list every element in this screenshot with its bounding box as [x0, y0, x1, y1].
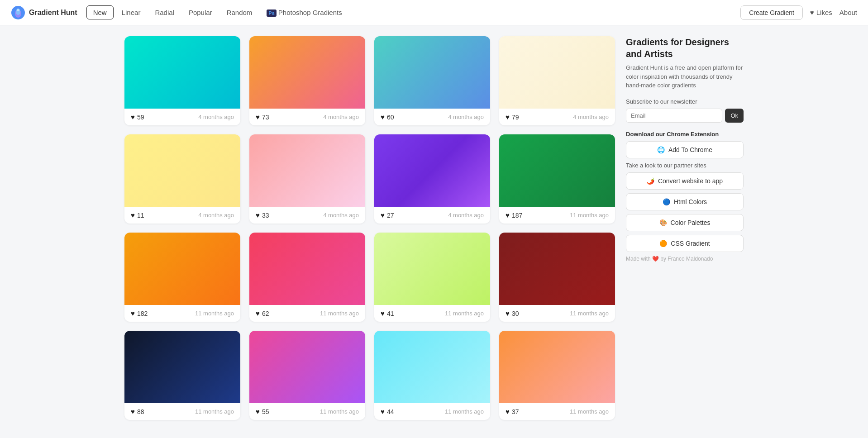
heart-icon: ♥: [131, 211, 135, 219]
card-time: 11 months ago: [570, 212, 609, 219]
circle-color-icon: 🔵: [663, 198, 670, 205]
card-time: 11 months ago: [195, 310, 234, 317]
gradient-card[interactable]: ♥8811 months ago: [124, 331, 240, 420]
card-likes[interactable]: ♥33: [256, 211, 269, 219]
card-likes[interactable]: ♥59: [131, 113, 144, 121]
gradient-card[interactable]: ♥3711 months ago: [499, 331, 615, 420]
sidebar: Gradients for Designers and Artists Grad…: [626, 36, 744, 420]
svg-point-3: [17, 9, 19, 11]
gradient-card[interactable]: ♥114 months ago: [124, 134, 240, 224]
newsletter-submit[interactable]: Ok: [725, 109, 744, 123]
gradient-swatch: [499, 134, 615, 207]
nav-popular[interactable]: Popular: [182, 6, 219, 19]
likes-count: 41: [387, 310, 394, 317]
gradient-swatch: [124, 233, 240, 305]
create-gradient-button[interactable]: Create Gradient: [740, 5, 803, 20]
gradient-card[interactable]: ♥274 months ago: [374, 134, 490, 224]
gradient-card[interactable]: ♥794 months ago: [499, 36, 615, 125]
nav-linear[interactable]: Linear: [115, 6, 147, 19]
likes-link[interactable]: ♥ Likes: [810, 9, 832, 16]
gradient-swatch: [249, 331, 365, 403]
card-likes[interactable]: ♥41: [381, 309, 394, 317]
gradient-card[interactable]: ♥18211 months ago: [124, 233, 240, 322]
gradient-card[interactable]: ♥4111 months ago: [374, 233, 490, 322]
likes-count: 187: [512, 212, 522, 219]
likes-count: 11: [137, 212, 144, 219]
chrome-icon: 🌐: [657, 146, 665, 153]
nav-radial[interactable]: Radial: [148, 6, 181, 19]
brand-link[interactable]: Gradient Hunt: [11, 5, 77, 20]
likes-count: 60: [387, 114, 394, 121]
card-likes[interactable]: ♥27: [381, 211, 394, 219]
nav-photoshop[interactable]: PsPhotoshop Gradients: [260, 6, 348, 19]
gradient-grid: ♥594 months ago♥734 months ago♥604 month…: [124, 36, 615, 420]
card-time: 11 months ago: [445, 310, 484, 317]
ps-icon: Ps: [267, 10, 276, 17]
gradient-swatch: [374, 331, 490, 403]
html-colors-button[interactable]: 🔵 Html Colors: [626, 193, 744, 210]
heart-icon: ♥: [131, 408, 135, 415]
card-time: 11 months ago: [570, 408, 609, 415]
nav-new[interactable]: New: [86, 5, 114, 19]
gradient-card[interactable]: ♥734 months ago: [249, 36, 365, 125]
css-icon: 🟠: [659, 240, 667, 247]
card-time: 11 months ago: [570, 310, 609, 317]
gradient-card[interactable]: ♥6211 months ago: [249, 233, 365, 322]
sidebar-desc: Gradient Hunt is a free and open platfor…: [626, 63, 744, 90]
card-likes[interactable]: ♥62: [256, 309, 269, 317]
newsletter-input[interactable]: [626, 109, 722, 123]
gradient-swatch: [374, 233, 490, 305]
card-time: 11 months ago: [320, 408, 359, 415]
gradient-swatch: [374, 36, 490, 109]
partner-label: Take a look to our partner sites: [626, 162, 744, 169]
color-palettes-button[interactable]: 🎨 Color Palettes: [626, 214, 744, 231]
gradient-swatch: [124, 36, 240, 109]
heart-icon: ♥: [381, 113, 385, 121]
likes-count: 59: [137, 114, 144, 121]
about-link[interactable]: About: [839, 9, 857, 16]
likes-count: 182: [137, 310, 148, 317]
card-likes[interactable]: ♥60: [381, 113, 394, 121]
card-likes[interactable]: ♥44: [381, 408, 394, 415]
heart-icon: ♥: [256, 211, 260, 219]
add-to-chrome-button[interactable]: 🌐 Add To Chrome: [626, 141, 744, 158]
card-likes[interactable]: ♥30: [506, 309, 519, 317]
likes-count: 73: [262, 114, 269, 121]
card-likes[interactable]: ♥55: [256, 408, 269, 415]
gradient-swatch: [124, 331, 240, 403]
sidebar-footer: Made with ❤️ by Franco Maldonado: [626, 256, 744, 262]
gradient-card[interactable]: ♥3011 months ago: [499, 233, 615, 322]
likes-count: 27: [387, 212, 394, 219]
gradient-card[interactable]: ♥5511 months ago: [249, 331, 365, 420]
gradient-card[interactable]: ♥4411 months ago: [374, 331, 490, 420]
gradient-card[interactable]: ♥334 months ago: [249, 134, 365, 224]
gradient-swatch: [499, 233, 615, 305]
heart-icon: ♥: [506, 408, 510, 415]
gradient-swatch: [499, 331, 615, 403]
convert-website-button[interactable]: 🌶️ Convert website to app: [626, 172, 744, 190]
gradient-card[interactable]: ♥594 months ago: [124, 36, 240, 125]
heart-icon: ♥: [506, 309, 510, 317]
heart-icon: ♥: [256, 113, 260, 121]
card-likes[interactable]: ♥182: [131, 309, 148, 317]
card-likes[interactable]: ♥79: [506, 113, 519, 121]
card-likes[interactable]: ♥187: [506, 211, 522, 219]
gradient-swatch: [124, 134, 240, 207]
gradient-card[interactable]: ♥604 months ago: [374, 36, 490, 125]
gradient-card[interactable]: ♥18711 months ago: [499, 134, 615, 224]
nav-random[interactable]: Random: [220, 6, 259, 19]
heart-icon: ♥: [381, 211, 385, 219]
nav-links: New Linear Radial Popular Random PsPhoto…: [86, 5, 741, 19]
likes-count: 37: [512, 408, 519, 415]
css-gradient-button[interactable]: 🟠 CSS Gradient: [626, 235, 744, 252]
gradient-swatch: [249, 36, 365, 109]
heart-icon: ♥: [131, 113, 135, 121]
likes-count: 79: [512, 114, 519, 121]
likes-count: 55: [262, 408, 269, 415]
heart-icon: ♥: [506, 113, 510, 121]
card-likes[interactable]: ♥11: [131, 211, 144, 219]
card-likes[interactable]: ♥73: [256, 113, 269, 121]
card-likes[interactable]: ♥88: [131, 408, 144, 415]
brand-logo: [11, 5, 25, 20]
card-likes[interactable]: ♥37: [506, 408, 519, 415]
